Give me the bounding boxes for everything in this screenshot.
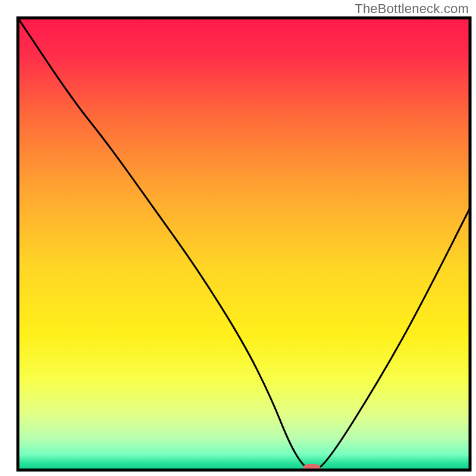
watermark-text: TheBottleneck.com [355,1,469,17]
bottleneck-chart: TheBottleneck.com [0,0,476,476]
gradient-background [18,18,470,470]
chart-svg [0,0,476,476]
